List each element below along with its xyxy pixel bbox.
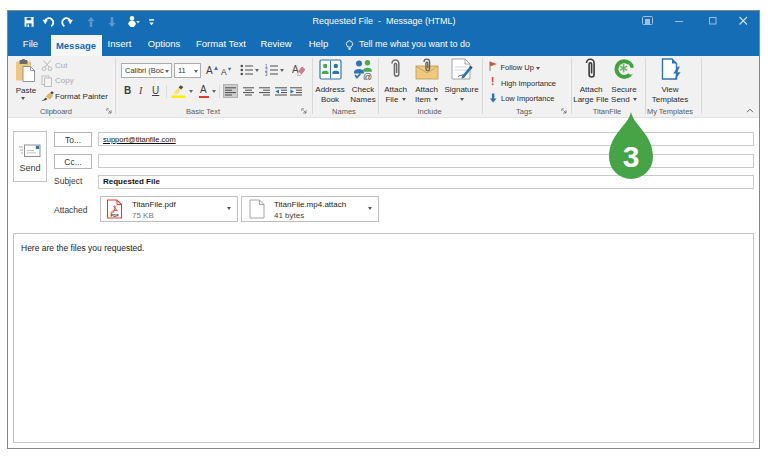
svg-text:3: 3 <box>623 140 640 173</box>
svg-text:3: 3 <box>265 72 268 76</box>
svg-text:@: @ <box>363 72 372 81</box>
svg-text:PDF: PDF <box>111 213 120 218</box>
